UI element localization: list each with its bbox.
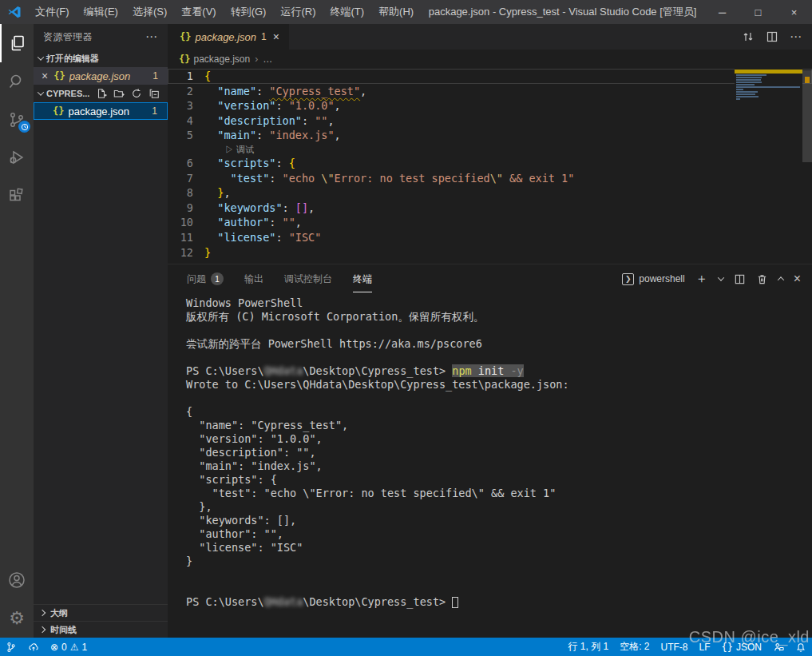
codelens-debug[interactable]: ▷ 调试 [168, 143, 812, 156]
problems-status[interactable]: ⊗ 0 ⚠ 1 [45, 638, 93, 656]
open-changes-icon[interactable] [742, 30, 755, 43]
timeline-section[interactable]: 时间线 [34, 621, 168, 638]
editor-scrollbar[interactable] [802, 69, 812, 264]
breadcrumb-file[interactable]: package.json [193, 54, 250, 65]
minimap-line [736, 86, 800, 88]
code-line[interactable]: 9 "keywords": [], [168, 201, 812, 216]
outline-section[interactable]: 大纲 [34, 604, 168, 621]
chevron-down-icon [38, 89, 44, 95]
json-braces-icon: {} [722, 642, 733, 653]
menu-item[interactable]: 文件(F) [28, 0, 77, 24]
feedback-icon[interactable] [767, 638, 790, 656]
open-editors-section-header[interactable]: 打开的编辑器 [34, 50, 168, 67]
panel-tab-终端[interactable]: 终端 [353, 265, 372, 293]
code-line[interactable]: 7 "test": "echo \"Error: no test specifi… [168, 171, 812, 186]
code-line[interactable]: 12} [168, 245, 812, 260]
status-encoding[interactable]: UTF-8 [656, 638, 694, 656]
menu-item[interactable]: 终端(T) [323, 0, 371, 24]
refresh-icon[interactable] [131, 88, 142, 99]
status-eol[interactable]: LF [694, 638, 716, 656]
terminal-line: } [186, 555, 812, 568]
kill-terminal-trash-icon[interactable] [756, 273, 768, 285]
terminal-cursor [452, 597, 458, 608]
menu-item[interactable]: 帮助(H) [371, 0, 421, 24]
terminal-line: "main": "index.js", [186, 459, 812, 473]
terminal-output[interactable]: Windows PowerShell版权所有 (C) Microsoft Cor… [168, 293, 812, 638]
minimize-icon[interactable]: ─ [704, 0, 740, 24]
menu-item[interactable]: 转到(G) [224, 0, 274, 24]
minimap-line [735, 70, 802, 74]
notifications-bell-icon[interactable] [790, 638, 812, 656]
code-line[interactable]: 6 "scripts": { [168, 156, 812, 171]
editor-more-actions-icon[interactable]: ⋯ [790, 30, 802, 44]
maximize-icon[interactable]: □ [740, 0, 776, 24]
code-editor[interactable]: 1{2 "name": "Cypress_test",3 "version": … [168, 69, 812, 264]
terminal-icon: ❯ [622, 273, 634, 285]
json-file-icon: {} [179, 54, 190, 65]
terminal-dropdown-icon[interactable] [717, 274, 723, 280]
new-file-icon[interactable] [96, 88, 107, 99]
vscode-logo-icon [7, 5, 22, 19]
terminal-line [186, 392, 812, 405]
menu-item[interactable]: 运行(R) [273, 0, 323, 24]
split-terminal-icon[interactable] [734, 273, 746, 285]
extensions-icon[interactable] [0, 177, 34, 216]
terminal-line: "description": "", [186, 446, 812, 459]
new-folder-icon[interactable] [113, 88, 125, 99]
open-editor-item[interactable]: × {} package.json 1 [34, 67, 168, 85]
status-line-col[interactable]: 行 1, 列 1 [562, 638, 614, 656]
activity-bar: ⚙ [0, 24, 34, 638]
code-line[interactable]: 4 "description": "", [168, 113, 812, 129]
sync-changes-status[interactable] [22, 638, 45, 656]
code-line[interactable]: 1{ [168, 69, 812, 84]
folder-section-header[interactable]: CYPRES... [34, 85, 168, 102]
breadcrumb[interactable]: {} package.json › … [168, 50, 812, 69]
menu-item[interactable]: 编辑(E) [77, 0, 125, 24]
json-file-icon: {} [180, 31, 191, 42]
close-editor-icon[interactable]: × [42, 70, 48, 82]
new-terminal-icon[interactable]: ＋ [695, 271, 708, 288]
branch-status[interactable] [0, 638, 22, 656]
search-icon[interactable] [0, 62, 34, 101]
tab-close-icon[interactable]: × [273, 30, 279, 43]
collapse-all-icon[interactable] [149, 88, 160, 99]
sidebar-title: 资源管理器 [43, 30, 145, 44]
account-icon[interactable] [0, 561, 34, 599]
panel-tab-调试控制台[interactable]: 调试控制台 [284, 265, 332, 293]
tab-package-json[interactable]: {} package.json 1 × [168, 24, 290, 50]
panel-tab-bar: 问题1输出调试控制台终端 ❯ powershell ＋ [168, 264, 812, 293]
minimap[interactable] [735, 69, 802, 264]
code-line[interactable]: 10 "author": "", [168, 215, 812, 230]
breadcrumb-more[interactable]: … [263, 54, 272, 65]
status-language[interactable]: {} JSON [716, 638, 767, 656]
code-line[interactable]: 11 "license": "ISC" [168, 230, 812, 245]
minimap-line [736, 89, 743, 90]
split-editor-icon[interactable] [766, 30, 778, 43]
explorer-icon[interactable] [0, 24, 34, 62]
sidebar-more-actions-icon[interactable]: ⋯ [145, 30, 158, 44]
menu-item[interactable]: 查看(V) [174, 0, 223, 24]
source-control-icon[interactable] [0, 101, 34, 139]
settings-gear-icon[interactable]: ⚙ [0, 599, 34, 638]
file-item-package-json[interactable]: {} package.json 1 [34, 102, 168, 120]
panel-tab-输出[interactable]: 输出 [244, 265, 263, 293]
panel-tab-问题[interactable]: 问题1 [187, 265, 224, 293]
tab-problems-badge: 1 [261, 31, 267, 42]
code-line[interactable]: 2 "name": "Cypress_test", [168, 84, 812, 99]
explorer-sidebar: 资源管理器 ⋯ 打开的编辑器 × {} package.json 1 CYPRE… [34, 24, 168, 638]
code-line[interactable]: 5 "main": "index.js", [168, 128, 812, 143]
code-line[interactable]: 3 "version": "1.0.0", [168, 98, 812, 113]
terminal-line: "name": "Cypress_test", [186, 419, 812, 432]
menu-item[interactable]: 选择(S) [125, 0, 174, 24]
code-line[interactable]: 8 }, [168, 185, 812, 201]
close-icon[interactable]: × [776, 0, 812, 24]
minimap-line [736, 93, 755, 95]
error-count: 0 [61, 642, 67, 653]
shell-picker[interactable]: ❯ powershell [622, 273, 684, 285]
maximize-panel-icon[interactable] [777, 276, 783, 283]
terminal-line: Wrote to C:\Users\QHdata\Desktop\Cypress… [186, 378, 812, 392]
menu-bar: 文件(F)编辑(E)选择(S)查看(V)转到(G)运行(R)终端(T)帮助(H) [28, 0, 421, 24]
status-indent[interactable]: 空格: 2 [614, 638, 655, 656]
close-panel-icon[interactable]: × [794, 272, 801, 286]
run-debug-icon[interactable] [0, 139, 34, 177]
